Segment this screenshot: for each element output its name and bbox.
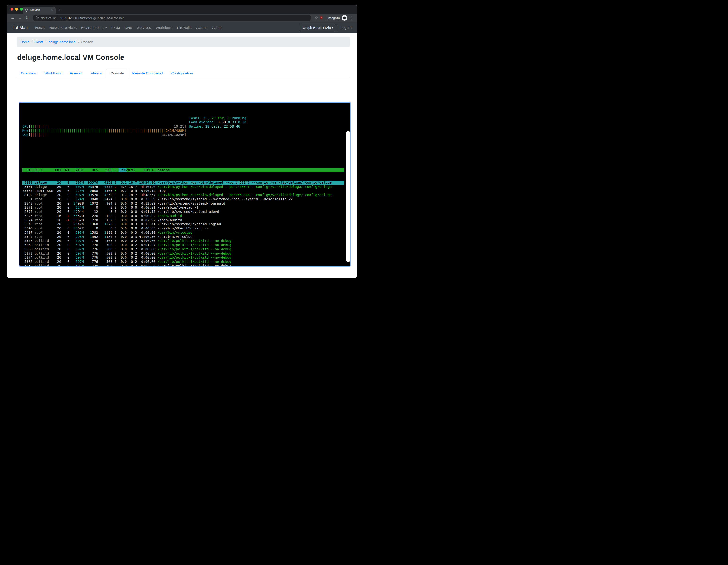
htop-header-area: CPU[||||||||| 10.2%]Mem[||||||||||||||||… [19, 111, 350, 149]
toolbar-divider [325, 16, 325, 20]
process-row-pid-23385[interactable]: 23385 smorrisse 20 0 120M 2608 1508 R 0.… [22, 189, 344, 193]
close-window-button[interactable] [11, 8, 13, 11]
page-title: deluge.home.local VM Console [17, 53, 357, 62]
process-row-pid-2871[interactable]: 2871 root 20 0 124M 0 0 S 0.0 0.0 0:00.0… [22, 205, 344, 210]
address-bar[interactable]: ⓘ Not Secure 10.7.5.6:3000/hosts/deluge-… [33, 15, 311, 21]
nav-item-network-devices[interactable]: Network Devices [47, 26, 79, 30]
nav-item-services[interactable]: Services [135, 26, 153, 30]
reload-icon[interactable]: ↻ [24, 15, 30, 20]
breadcrumb-link-hosts[interactable]: Hosts [35, 40, 43, 44]
browser-window: LabMan ✕ + ← → ↻ ⓘ Not Secure 10.7.5.6:3… [7, 5, 357, 278]
process-row-pid-8100[interactable]: 8100 deluge 20 0 607M 93576 4252 S 6.1 1… [22, 180, 344, 185]
nav-item-hosts[interactable]: Hosts [33, 26, 47, 30]
process-row-pid-5386[interactable]: 5386 polkitd 20 0 597M 776 508 S 0.0 0.2… [22, 260, 344, 264]
process-row-pid-5374[interactable]: 5374 polkitd 20 0 597M 776 508 S 0.0 0.2… [22, 255, 344, 260]
browser-menu-icon[interactable]: ⋮ [347, 16, 355, 20]
breadcrumb-link-home[interactable]: Home [20, 40, 30, 44]
url-text: 10.7.5.6:3000/hosts/deluge-home-local/co… [60, 16, 124, 20]
process-row-pid-5324[interactable]: 5324 root 16 -4 55520 220 132 S 0.0 0.0 … [22, 218, 344, 222]
graph-hours-button[interactable]: Graph Hours (12h) ▾ [300, 24, 336, 31]
browser-tab[interactable]: LabMan ✕ [23, 7, 56, 14]
chevron-down-icon: ▾ [105, 27, 107, 29]
brand[interactable]: LabMan [12, 25, 28, 30]
process-row-pid-5350[interactable]: 5350 polkitd 20 0 597M 776 508 S 0.0 0.2… [22, 264, 344, 267]
meter-cpu: CPU[||||||||| 10.2%] [22, 124, 350, 129]
breadcrumb: Home/Hosts/deluge.home.local/Console [17, 37, 350, 47]
breadcrumb-separator: / [46, 40, 46, 44]
nav-item-environmental[interactable]: Environmental ▾ [79, 26, 109, 30]
not-secure-label: Not Secure [41, 16, 56, 20]
tab-close-icon[interactable]: ✕ [51, 8, 54, 12]
tab-title: LabMan [30, 8, 50, 12]
terminal-scrollbar[interactable] [346, 131, 350, 262]
incognito-label: Incognito [327, 16, 340, 20]
process-row-pid-8102[interactable]: 8102 deluge 20 0 607M 93576 4252 S 0.7 1… [22, 193, 344, 197]
bookmark-star-icon[interactable]: ☆ [314, 16, 319, 20]
nav-item-ipam[interactable]: IPAM [109, 26, 122, 30]
htop-column-header-row[interactable]: PID USER PRI NI VIRT RES SHR S CPU%MEM% … [22, 168, 344, 172]
process-row-pid-5347[interactable]: 5347 root 20 0 293M 1592 1180 S 0.0 0.3 … [22, 235, 344, 239]
vm-console-terminal[interactable]: CPU[||||||||| 10.2%]Mem[||||||||||||||||… [19, 102, 351, 267]
ublock-extension-icon[interactable]: uO [319, 16, 323, 20]
logout-link[interactable]: Logout [341, 26, 352, 30]
url-divider [58, 16, 58, 20]
app-navbar: LabMan HostsNetwork DevicesEnvironmental… [7, 22, 357, 33]
forward-icon[interactable]: → [16, 15, 24, 20]
svg-text:uO: uO [321, 17, 322, 19]
page-content: Home/Hosts/deluge.home.local/Console del… [7, 37, 357, 267]
maximize-window-button[interactable] [20, 8, 23, 11]
tab-console[interactable]: Console [106, 69, 128, 78]
nav-item-alarms[interactable]: Alarms [194, 26, 210, 30]
page-info-icon[interactable]: ⓘ [36, 16, 39, 20]
nav-item-firewalls[interactable]: Firewalls [175, 26, 194, 30]
breadcrumb-current: Console [81, 40, 94, 44]
htop-meters: CPU[||||||||| 10.2%]Mem[||||||||||||||||… [22, 124, 350, 137]
navbar-right: Graph Hours (12h) ▾ Logout [300, 24, 352, 31]
incognito-icon [342, 15, 347, 21]
process-row-pid-5358[interactable]: 5358 polkitd 20 0 597M 776 508 S 0.0 0.2… [22, 239, 344, 243]
tab-alarms[interactable]: Alarms [86, 69, 106, 78]
process-row-pid-5407[interactable]: 5407 root 20 0 293M 1592 1180 S 0.0 0.3 … [22, 230, 344, 235]
nav-items: HostsNetwork DevicesEnvironmental ▾IPAMD… [33, 26, 225, 30]
process-row-pid-5363[interactable]: 5363 polkitd 20 0 597M 776 508 S 0.0 0.2… [22, 243, 344, 247]
tab-configuration[interactable]: Configuration [167, 69, 197, 78]
tab-firewall[interactable]: Firewall [65, 69, 86, 78]
breadcrumb-separator: / [78, 40, 79, 44]
summary-line: Tasks: 25, 28 thr; 1 running [189, 116, 246, 120]
meter-mem: Mem[||||||||||||||||||||||||||||||||||||… [22, 129, 350, 133]
window-controls [11, 8, 23, 11]
breadcrumb-separator: / [32, 40, 33, 44]
nav-item-workflows[interactable]: Workflows [153, 26, 175, 30]
url-path: :3000/hosts/deluge-home-local/console [71, 16, 124, 20]
htop-summary: Tasks: 25, 28 thr; 1 runningLoad average… [189, 116, 246, 129]
new-tab-button[interactable]: + [58, 7, 61, 12]
url-host: 10.7.5.6 [60, 16, 71, 20]
summary-line: Uptime: 28 days, 22:59:46 [189, 124, 246, 129]
htop-table: PID USER PRI NI VIRT RES SHR S CPU%MEM% … [19, 160, 350, 267]
process-row-pid-5373[interactable]: 5373 polkitd 20 0 597M 776 508 S 0.0 0.2… [22, 251, 344, 256]
breadcrumb-link-deluge-home-local[interactable]: deluge.home.local [49, 40, 76, 44]
globe-favicon-icon [25, 8, 28, 12]
process-row-pid-2848[interactable]: 2848 root 20 0 34988 1072 904 S 0.0 0.2 … [22, 201, 344, 206]
process-row-pid-2875[interactable]: 2875 root 20 0 47944 12 8 S 0.0 0.0 0:01… [22, 210, 344, 214]
tab-remote-command[interactable]: Remote Command [128, 69, 167, 78]
minimize-window-button[interactable] [15, 8, 18, 11]
browser-toolbar: ← → ↻ ⓘ Not Secure 10.7.5.6:3000/hosts/d… [7, 14, 357, 22]
page-tabs: OverviewWorkflowsFirewallAlarmsConsoleRe… [17, 69, 350, 78]
process-row-pid-1[interactable]: 1 root 20 0 124M 3848 2424 S 0.0 0.8 0:3… [22, 197, 344, 201]
process-row-pid-5346[interactable]: 5346 root 20 0 99672 0 0 S 0.0 0.0 0:00.… [22, 226, 344, 230]
browser-tab-strip: LabMan ✕ + [7, 5, 357, 14]
tab-workflows[interactable]: Workflows [40, 69, 65, 78]
tab-overview[interactable]: Overview [17, 69, 40, 78]
process-row-pid-5368[interactable]: 5368 polkitd 20 0 597M 776 508 S 0.0 0.2… [22, 247, 344, 251]
process-row-pid-5343[interactable]: 5343 root 20 0 26424 1360 1076 S 0.0 0.3… [22, 222, 344, 226]
process-row-pid-8101[interactable]: 8101 deluge 20 0 607M 93576 4252 D 5.4 1… [22, 185, 344, 189]
meter-swp: Swp[|||||||| 88.8M/1024M] [22, 133, 350, 137]
nav-item-admin[interactable]: Admin [210, 26, 225, 30]
process-row-pid-5325[interactable]: 5325 root 16 -4 55520 220 132 S 0.0 0.0 … [22, 214, 344, 218]
htop-process-list: 8100 deluge 20 0 607M 93576 4252 S 6.1 1… [22, 180, 344, 267]
nav-item-dns[interactable]: DNS [122, 26, 135, 30]
summary-line: Load average: 0.59 0.33 0.30 [189, 120, 246, 124]
back-icon[interactable]: ← [9, 15, 16, 20]
